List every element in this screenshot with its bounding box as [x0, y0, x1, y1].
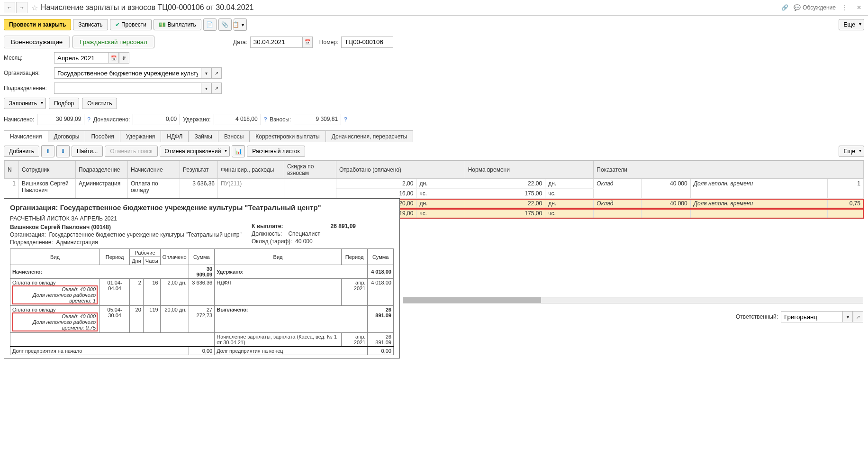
more-menu-icon[interactable]: ⋮ — [840, 2, 850, 13]
col-norm[interactable]: Норма времени — [465, 161, 594, 179]
report-icon-button[interactable]: 📄 — [203, 18, 217, 31]
inner-toolbar: Добавить ⬆ ⬇ Найти... Отменить поиск Отм… — [0, 142, 868, 160]
date-input[interactable] — [250, 37, 302, 48]
money-icon: 💵 — [159, 21, 166, 28]
division-open-icon[interactable]: ↗ — [211, 83, 222, 94]
add-button[interactable]: Добавить — [4, 146, 39, 157]
withheld-label: Удержано: — [183, 116, 210, 123]
withheld-help-icon[interactable]: ? — [264, 116, 267, 123]
accrued-extra-value: 0,00 — [133, 114, 180, 125]
number-label: Номер: — [319, 39, 338, 46]
more-button[interactable]: Еще — [839, 19, 864, 30]
header-bar: ← → ☆ Начисление зарплаты и взносов ТЦ00… — [0, 0, 868, 16]
find-button[interactable]: Найти... — [72, 146, 103, 157]
col-worked[interactable]: Отработано (оплачено) — [336, 161, 465, 179]
withheld-value: 4 018,00 — [214, 114, 261, 125]
month-calendar-icon[interactable]: 📅 — [108, 52, 119, 64]
col-finance[interactable]: Финансир., расходы — [218, 161, 284, 179]
tab-corrections[interactable]: Корректировки выплаты — [249, 130, 326, 142]
org-input[interactable] — [54, 67, 201, 79]
inner-more-button[interactable]: Еще — [839, 146, 864, 157]
fill-button[interactable]: Заполнить — [4, 98, 46, 109]
col-employee[interactable]: Сотрудник — [19, 161, 76, 179]
page-title: Начисление зарплаты и взносов ТЦ00-00010… — [41, 3, 779, 12]
move-up-button[interactable]: ⬆ — [41, 145, 54, 157]
link-icon[interactable]: 🔗 — [779, 2, 790, 13]
division-input[interactable] — [54, 83, 201, 94]
tab-benefits[interactable]: Пособия — [85, 130, 120, 142]
month-input[interactable] — [54, 52, 108, 64]
col-result[interactable]: Результат — [180, 161, 218, 179]
accrued-extra-label: Доначислено: — [93, 116, 130, 123]
org-dropdown-icon[interactable]: ▾ — [201, 67, 211, 79]
select-button[interactable]: Подбор — [49, 98, 79, 109]
calendar-icon[interactable]: 📅 — [302, 37, 313, 48]
main-toolbar: Провести и закрыть Записать ✔ Провести 💵… — [0, 16, 868, 34]
accrued-label: Начислено: — [4, 116, 34, 123]
post-and-close-button[interactable]: Провести и закрыть — [4, 19, 71, 30]
payslip-button[interactable]: Расчетный листок — [247, 146, 305, 157]
table-row[interactable]: 1 Вишняков Сергей Павлович Администрация… — [5, 179, 864, 189]
payslip-subtitle: РАСЧЕТНЫЙ ЛИСТОК ЗА АПРЕЛЬ 2021 — [10, 215, 394, 219]
tab-military[interactable]: Военнослужащие — [4, 36, 70, 48]
chart-icon-button[interactable]: 📊 — [232, 145, 245, 157]
tab-accruals[interactable]: Начисления — [4, 130, 48, 142]
contrib-help-icon[interactable]: ? — [344, 116, 347, 123]
month-stepper-icon[interactable]: ⇵ — [119, 52, 129, 64]
month-label: Месяц: — [4, 55, 51, 61]
division-label: Подразделение: — [4, 85, 51, 92]
col-n[interactable]: N — [5, 161, 19, 179]
discuss-button[interactable]: 💬Обсуждение — [794, 4, 836, 11]
star-icon[interactable]: ☆ — [31, 3, 38, 12]
forward-button[interactable]: → — [16, 2, 27, 13]
org-open-icon[interactable]: ↗ — [211, 67, 222, 79]
pay-button[interactable]: 💵 Выплатить — [154, 19, 201, 30]
post-button[interactable]: ✔ Провести — [110, 19, 152, 30]
cancel-fix-button[interactable]: Отмена исправлений — [160, 146, 230, 157]
back-button[interactable]: ← — [4, 2, 15, 13]
check-icon: ✔ — [115, 21, 120, 28]
division-dropdown-icon[interactable]: ▾ — [201, 83, 211, 94]
payslip-panel: Организация: Государственное бюджетное у… — [4, 198, 400, 219]
accrued-help-icon[interactable]: ? — [87, 116, 90, 123]
accrued-value: 30 909,09 — [37, 114, 84, 125]
contrib-label: Взносы: — [270, 116, 291, 123]
tab-contracts[interactable]: Договоры — [48, 130, 86, 142]
tab-recalcs[interactable]: Доначисления, перерасчеты — [326, 130, 413, 142]
close-icon[interactable]: ✕ — [854, 2, 864, 13]
save-button[interactable]: Записать — [73, 19, 108, 30]
contrib-value: 9 309,81 — [294, 114, 341, 125]
clear-button[interactable]: Очистить — [82, 98, 117, 109]
number-input[interactable] — [341, 37, 393, 48]
tab-deductions[interactable]: Удержания — [120, 130, 162, 142]
cancel-find-button[interactable]: Отменить поиск — [105, 146, 157, 157]
attach-icon-button[interactable]: 📎 — [218, 18, 232, 31]
tab-civilian[interactable]: Гражданский персонал — [72, 36, 154, 48]
date-label: Дата: — [233, 39, 247, 46]
payslip-title: Организация: Государственное бюджетное у… — [10, 203, 394, 211]
col-discount[interactable]: Скидка по взносам — [284, 161, 336, 179]
col-accrual[interactable]: Начисление — [128, 161, 180, 179]
tabs-nav: Начисления Договоры Пособия Удержания НД… — [4, 130, 864, 142]
move-down-button[interactable]: ⬇ — [56, 145, 70, 157]
org-label: Организация: — [4, 70, 51, 76]
copy-dropdown-button[interactable]: 📋 — [234, 18, 247, 31]
tab-loans[interactable]: Займы — [188, 130, 218, 142]
tab-ndfl[interactable]: НДФЛ — [161, 130, 189, 142]
tab-contributions[interactable]: Взносы — [218, 130, 250, 142]
col-division[interactable]: Подразделение — [76, 161, 128, 179]
col-indicators[interactable]: Показатели — [594, 161, 864, 179]
